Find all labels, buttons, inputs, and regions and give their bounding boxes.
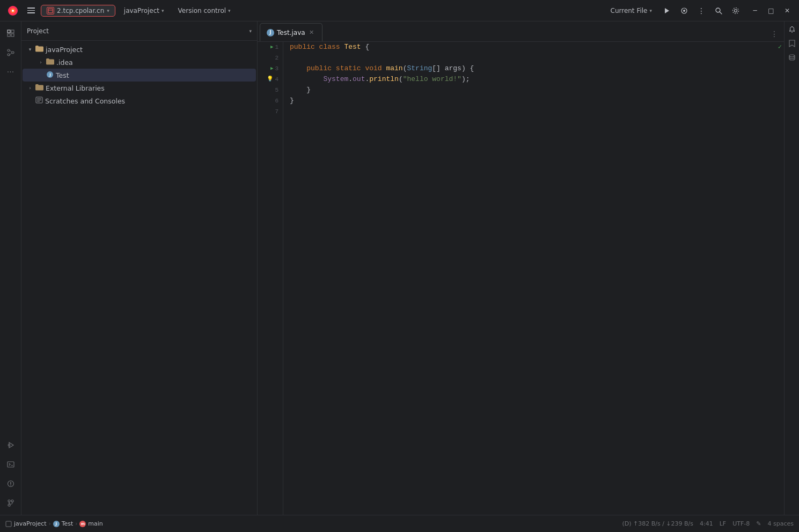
gutter-line-2: 2 <box>258 53 283 63</box>
maximize-button[interactable]: □ <box>764 3 779 18</box>
svg-line-9 <box>720 12 722 14</box>
breadcrumb-project-label: javaProject <box>14 520 47 527</box>
breadcrumb-method-icon: m <box>79 521 86 527</box>
breadcrumb-method[interactable]: m main <box>79 520 102 527</box>
project-panel: Project ▾ ▾ javaProject › .idea <box>21 21 258 515</box>
folder-icon-external-libs <box>35 84 43 92</box>
network-stat[interactable]: (D) ↑382 B/s / ↓239 B/s <box>622 520 693 527</box>
breadcrumb-file[interactable]: J Test <box>53 520 74 527</box>
tab-test-java[interactable]: J Test.java ✕ <box>260 23 322 41</box>
tree-item-idea[interactable]: › .idea <box>23 56 256 69</box>
terminal-button[interactable] <box>2 456 19 473</box>
tree-arrow-javaProject: ▾ <box>27 47 33 52</box>
line-ending-stat[interactable]: LF <box>720 520 726 527</box>
version-control-arrow: ▾ <box>228 8 231 13</box>
folder-icon-javaProject <box>35 45 43 54</box>
run-gutter-icon-1[interactable]: ▶ <box>270 42 273 53</box>
token-dot1: . <box>348 74 353 85</box>
svg-rect-14 <box>8 34 10 36</box>
project-view-button[interactable] <box>2 25 19 42</box>
more-options-button[interactable]: ⋮ <box>694 3 709 18</box>
tree-item-external-libs[interactable]: › External Libraries <box>23 82 256 94</box>
file-tree: ▾ javaProject › .idea › <box>21 41 257 515</box>
token-brace1: { <box>365 42 369 53</box>
code-content[interactable]: public class Test { public static void m… <box>283 42 778 515</box>
svg-point-16 <box>8 49 10 51</box>
svg-rect-3 <box>48 9 53 13</box>
token-indent5: } <box>290 85 311 95</box>
java-project-arrow: ▾ <box>162 8 164 13</box>
version-control-menu[interactable]: Version control ▾ <box>173 5 236 16</box>
token-out: out <box>353 74 365 85</box>
token-system: System <box>323 74 348 85</box>
check-mark-indicator: ✓ <box>778 42 782 53</box>
status-bar: javaProject › J Test › m main (D) ↑382 B… <box>0 515 799 532</box>
bookmark-button[interactable] <box>786 38 798 49</box>
tabs-more-button[interactable]: ⋮ <box>767 26 782 41</box>
java-project-label: javaProject <box>124 7 159 14</box>
jetbrains-logo[interactable] <box>4 2 21 19</box>
git-button[interactable] <box>2 494 19 512</box>
hamburger-line <box>27 12 35 13</box>
version-control-label: Version control <box>178 7 226 14</box>
hamburger-line <box>27 8 35 9</box>
indent-stat[interactable]: 4 spaces <box>768 520 794 527</box>
editor-area: J Test.java ✕ ⋮ ▶ 1 2 ▶ <box>258 21 784 515</box>
svg-point-29 <box>11 500 13 502</box>
token-string-type: String <box>407 63 432 74</box>
svg-point-40 <box>789 55 795 57</box>
hamburger-menu[interactable] <box>25 4 38 17</box>
code-line-5: } <box>290 85 771 95</box>
minimize-button[interactable]: ─ <box>747 3 763 18</box>
code-line-7 <box>290 106 771 117</box>
run-button[interactable] <box>659 3 675 18</box>
search-button[interactable] <box>711 3 726 18</box>
notifications-button[interactable] <box>786 24 798 35</box>
tab-close-button[interactable]: ✕ <box>308 29 316 36</box>
svg-point-18 <box>8 54 10 56</box>
line-number-2: 2 <box>275 53 278 63</box>
gutter-line-4: 💡 4 <box>258 74 283 85</box>
svg-point-39 <box>791 26 793 27</box>
tree-arrow-test: › <box>38 72 44 78</box>
breadcrumb-file-icon: J <box>53 521 60 527</box>
close-icon: ✕ <box>785 7 790 14</box>
token-paren2: ( <box>399 74 403 85</box>
more-tools-button[interactable]: ··· <box>2 63 19 80</box>
window-controls: ─ □ ✕ <box>747 3 795 18</box>
structure-view-button[interactable] <box>2 44 19 61</box>
writable-icon: ✎ <box>756 520 761 527</box>
run-configurations-button[interactable] <box>2 437 19 454</box>
breadcrumb-project[interactable]: javaProject <box>5 520 47 527</box>
tree-item-scratches[interactable]: › Scratches and Consoles <box>23 94 256 107</box>
encoding-stat[interactable]: UTF-8 <box>732 520 750 527</box>
cursor-stat[interactable]: 4:41 <box>700 520 713 527</box>
problems-button[interactable] <box>2 475 19 492</box>
more-dots-icon: ⋮ <box>698 6 705 15</box>
close-button[interactable]: ✕ <box>780 3 795 18</box>
line-number-5: 5 <box>275 85 278 95</box>
debug-button[interactable] <box>677 3 692 18</box>
project-tab[interactable]: 2.tcp.cpolar.cn ▾ <box>41 5 115 17</box>
status-bar-right: (D) ↑382 B/s / ↓239 B/s 4:41 LF UTF-8 ✎ … <box>622 520 794 527</box>
code-editor[interactable]: ▶ 1 2 ▶ 3 💡 4 5 6 <box>258 42 784 515</box>
gutter: ▶ 1 2 ▶ 3 💡 4 5 6 <box>258 42 283 515</box>
token-close6: } <box>290 95 294 106</box>
settings-button[interactable] <box>728 3 743 18</box>
tree-arrow-external-libs: › <box>27 85 33 91</box>
svg-point-7 <box>683 10 685 12</box>
line-number-1: 1 <box>275 42 278 53</box>
panel-header: Project ▾ <box>21 21 257 41</box>
panel-title-arrow: ▾ <box>249 28 252 34</box>
tree-item-test[interactable]: › J Test <box>23 69 256 82</box>
token-println: println <box>369 74 399 85</box>
java-project-menu[interactable]: javaProject ▾ <box>119 5 170 16</box>
code-line-2 <box>290 53 771 63</box>
breadcrumb-method-label: main <box>88 520 102 527</box>
line-number-4: 4 <box>275 74 278 85</box>
title-bar: 2.tcp.cpolar.cn ▾ javaProject ▾ Version … <box>0 0 799 21</box>
current-file-dropdown[interactable]: Current File ▾ <box>605 5 658 16</box>
database-button[interactable] <box>786 51 798 63</box>
run-gutter-icon-3[interactable]: ▶ <box>270 63 273 74</box>
tree-item-javaProject[interactable]: ▾ javaProject <box>23 43 256 56</box>
